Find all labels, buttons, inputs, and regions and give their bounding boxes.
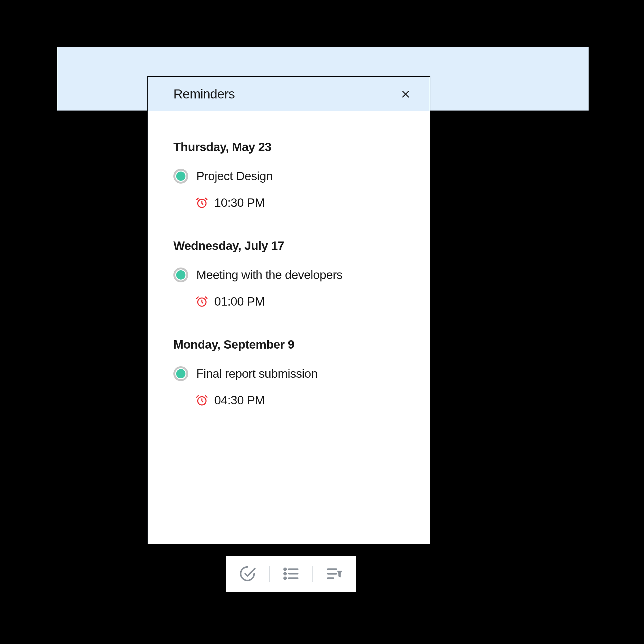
panel-header: Reminders <box>148 77 430 111</box>
toolbar-divider <box>312 566 313 582</box>
svg-point-7 <box>284 577 286 579</box>
list-view-button[interactable] <box>281 564 301 584</box>
check-circle-button[interactable] <box>237 564 257 584</box>
reminder-time: 01:00 PM <box>214 295 265 308</box>
filter-list-icon <box>326 565 344 583</box>
status-indicator-icon[interactable] <box>173 268 188 282</box>
panel-body: Thursday, May 23 Project Design 10:30 PM <box>148 111 430 407</box>
reminder-time-row: 04:30 PM <box>173 394 404 407</box>
status-indicator-icon[interactable] <box>173 366 188 381</box>
reminders-panel: Reminders Thursday, May 23 Project Desig… <box>147 76 430 544</box>
reminder-item[interactable]: Final report submission <box>173 366 404 381</box>
reminder-title: Final report submission <box>196 367 318 381</box>
reminder-title: Meeting with the developers <box>196 268 342 282</box>
reminder-time-row: 01:00 PM <box>173 295 404 308</box>
filter-list-button[interactable] <box>325 564 345 584</box>
alarm-clock-icon <box>196 295 208 308</box>
toolbar-divider <box>269 566 270 582</box>
reminder-item[interactable]: Project Design <box>173 169 404 184</box>
reminder-time: 04:30 PM <box>214 394 265 407</box>
svg-point-6 <box>284 573 286 575</box>
date-heading: Monday, September 9 <box>173 338 404 351</box>
reminder-time: 10:30 PM <box>214 196 265 210</box>
check-circle-icon <box>238 565 256 583</box>
date-heading: Thursday, May 23 <box>173 140 404 154</box>
alarm-clock-icon <box>196 394 208 407</box>
reminder-item[interactable]: Meeting with the developers <box>173 268 404 282</box>
reminder-time-row: 10:30 PM <box>173 196 404 210</box>
alarm-clock-icon <box>196 197 208 209</box>
status-indicator-icon[interactable] <box>173 169 188 184</box>
panel-title: Reminders <box>173 87 235 102</box>
reminder-group: Wednesday, July 17 Meeting with the deve… <box>173 239 404 308</box>
bottom-toolbar <box>226 556 356 592</box>
close-button[interactable] <box>399 87 412 101</box>
reminder-title: Project Design <box>196 169 273 183</box>
list-icon <box>282 565 300 583</box>
date-heading: Wednesday, July 17 <box>173 239 404 253</box>
close-icon <box>401 89 411 99</box>
reminder-group: Monday, September 9 Final report submiss… <box>173 338 404 407</box>
svg-point-5 <box>284 568 286 570</box>
reminder-group: Thursday, May 23 Project Design 10:30 PM <box>173 140 404 210</box>
